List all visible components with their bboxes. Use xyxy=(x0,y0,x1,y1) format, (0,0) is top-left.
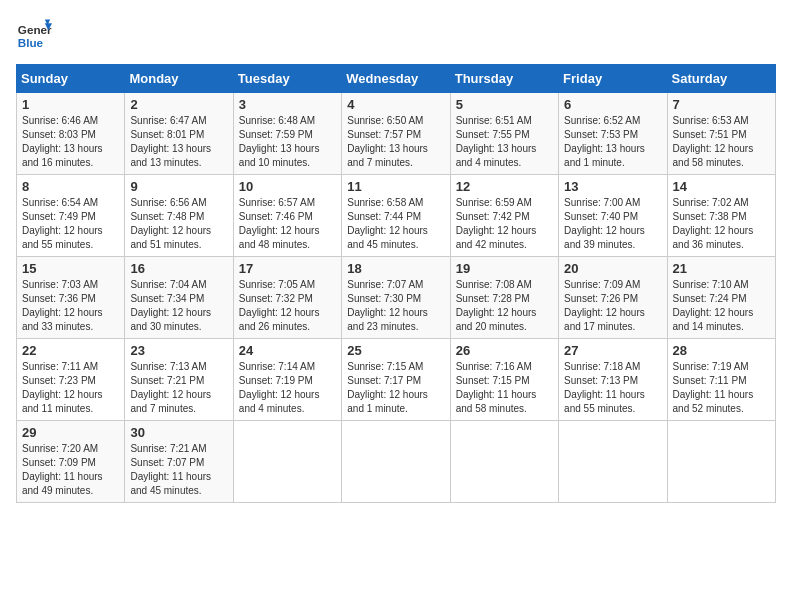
week-row-2: 15Sunrise: 7:03 AM Sunset: 7:36 PM Dayli… xyxy=(17,257,776,339)
day-info: Sunrise: 7:08 AM Sunset: 7:28 PM Dayligh… xyxy=(456,278,553,334)
day-cell: 25Sunrise: 7:15 AM Sunset: 7:17 PM Dayli… xyxy=(342,339,450,421)
col-header-friday: Friday xyxy=(559,65,667,93)
day-cell: 26Sunrise: 7:16 AM Sunset: 7:15 PM Dayli… xyxy=(450,339,558,421)
day-info: Sunrise: 7:19 AM Sunset: 7:11 PM Dayligh… xyxy=(673,360,770,416)
day-info: Sunrise: 6:50 AM Sunset: 7:57 PM Dayligh… xyxy=(347,114,444,170)
day-info: Sunrise: 6:54 AM Sunset: 7:49 PM Dayligh… xyxy=(22,196,119,252)
day-number: 10 xyxy=(239,179,336,194)
day-number: 28 xyxy=(673,343,770,358)
day-cell: 19Sunrise: 7:08 AM Sunset: 7:28 PM Dayli… xyxy=(450,257,558,339)
day-cell: 27Sunrise: 7:18 AM Sunset: 7:13 PM Dayli… xyxy=(559,339,667,421)
logo-icon: General Blue xyxy=(16,16,52,52)
day-number: 20 xyxy=(564,261,661,276)
day-info: Sunrise: 6:52 AM Sunset: 7:53 PM Dayligh… xyxy=(564,114,661,170)
day-info: Sunrise: 6:58 AM Sunset: 7:44 PM Dayligh… xyxy=(347,196,444,252)
day-number: 14 xyxy=(673,179,770,194)
day-info: Sunrise: 7:02 AM Sunset: 7:38 PM Dayligh… xyxy=(673,196,770,252)
day-number: 7 xyxy=(673,97,770,112)
day-info: Sunrise: 7:13 AM Sunset: 7:21 PM Dayligh… xyxy=(130,360,227,416)
day-cell: 1Sunrise: 6:46 AM Sunset: 8:03 PM Daylig… xyxy=(17,93,125,175)
day-number: 1 xyxy=(22,97,119,112)
day-info: Sunrise: 6:48 AM Sunset: 7:59 PM Dayligh… xyxy=(239,114,336,170)
day-cell: 22Sunrise: 7:11 AM Sunset: 7:23 PM Dayli… xyxy=(17,339,125,421)
col-header-wednesday: Wednesday xyxy=(342,65,450,93)
day-number: 8 xyxy=(22,179,119,194)
day-cell: 28Sunrise: 7:19 AM Sunset: 7:11 PM Dayli… xyxy=(667,339,775,421)
day-cell: 5Sunrise: 6:51 AM Sunset: 7:55 PM Daylig… xyxy=(450,93,558,175)
day-number: 22 xyxy=(22,343,119,358)
col-header-monday: Monday xyxy=(125,65,233,93)
day-number: 26 xyxy=(456,343,553,358)
header: General Blue xyxy=(16,16,776,52)
day-info: Sunrise: 7:10 AM Sunset: 7:24 PM Dayligh… xyxy=(673,278,770,334)
col-header-saturday: Saturday xyxy=(667,65,775,93)
day-number: 27 xyxy=(564,343,661,358)
day-cell: 13Sunrise: 7:00 AM Sunset: 7:40 PM Dayli… xyxy=(559,175,667,257)
day-info: Sunrise: 7:07 AM Sunset: 7:30 PM Dayligh… xyxy=(347,278,444,334)
day-info: Sunrise: 6:46 AM Sunset: 8:03 PM Dayligh… xyxy=(22,114,119,170)
day-number: 13 xyxy=(564,179,661,194)
day-cell xyxy=(559,421,667,503)
day-cell: 12Sunrise: 6:59 AM Sunset: 7:42 PM Dayli… xyxy=(450,175,558,257)
col-header-tuesday: Tuesday xyxy=(233,65,341,93)
day-cell: 17Sunrise: 7:05 AM Sunset: 7:32 PM Dayli… xyxy=(233,257,341,339)
day-number: 3 xyxy=(239,97,336,112)
day-info: Sunrise: 6:53 AM Sunset: 7:51 PM Dayligh… xyxy=(673,114,770,170)
day-info: Sunrise: 6:57 AM Sunset: 7:46 PM Dayligh… xyxy=(239,196,336,252)
day-info: Sunrise: 6:59 AM Sunset: 7:42 PM Dayligh… xyxy=(456,196,553,252)
day-number: 30 xyxy=(130,425,227,440)
day-info: Sunrise: 7:03 AM Sunset: 7:36 PM Dayligh… xyxy=(22,278,119,334)
day-cell: 18Sunrise: 7:07 AM Sunset: 7:30 PM Dayli… xyxy=(342,257,450,339)
day-cell: 15Sunrise: 7:03 AM Sunset: 7:36 PM Dayli… xyxy=(17,257,125,339)
day-info: Sunrise: 7:18 AM Sunset: 7:13 PM Dayligh… xyxy=(564,360,661,416)
day-number: 18 xyxy=(347,261,444,276)
day-number: 17 xyxy=(239,261,336,276)
day-info: Sunrise: 6:47 AM Sunset: 8:01 PM Dayligh… xyxy=(130,114,227,170)
day-cell: 6Sunrise: 6:52 AM Sunset: 7:53 PM Daylig… xyxy=(559,93,667,175)
week-row-3: 22Sunrise: 7:11 AM Sunset: 7:23 PM Dayli… xyxy=(17,339,776,421)
day-cell: 2Sunrise: 6:47 AM Sunset: 8:01 PM Daylig… xyxy=(125,93,233,175)
day-number: 12 xyxy=(456,179,553,194)
day-info: Sunrise: 7:15 AM Sunset: 7:17 PM Dayligh… xyxy=(347,360,444,416)
day-cell xyxy=(667,421,775,503)
day-info: Sunrise: 6:51 AM Sunset: 7:55 PM Dayligh… xyxy=(456,114,553,170)
day-cell: 9Sunrise: 6:56 AM Sunset: 7:48 PM Daylig… xyxy=(125,175,233,257)
day-cell: 29Sunrise: 7:20 AM Sunset: 7:09 PM Dayli… xyxy=(17,421,125,503)
day-number: 4 xyxy=(347,97,444,112)
day-number: 19 xyxy=(456,261,553,276)
day-number: 24 xyxy=(239,343,336,358)
day-number: 23 xyxy=(130,343,227,358)
day-cell: 30Sunrise: 7:21 AM Sunset: 7:07 PM Dayli… xyxy=(125,421,233,503)
week-row-4: 29Sunrise: 7:20 AM Sunset: 7:09 PM Dayli… xyxy=(17,421,776,503)
day-info: Sunrise: 7:16 AM Sunset: 7:15 PM Dayligh… xyxy=(456,360,553,416)
day-number: 9 xyxy=(130,179,227,194)
col-header-thursday: Thursday xyxy=(450,65,558,93)
day-info: Sunrise: 7:00 AM Sunset: 7:40 PM Dayligh… xyxy=(564,196,661,252)
day-cell: 21Sunrise: 7:10 AM Sunset: 7:24 PM Dayli… xyxy=(667,257,775,339)
day-number: 11 xyxy=(347,179,444,194)
svg-text:Blue: Blue xyxy=(18,36,44,49)
day-info: Sunrise: 6:56 AM Sunset: 7:48 PM Dayligh… xyxy=(130,196,227,252)
day-number: 29 xyxy=(22,425,119,440)
day-number: 2 xyxy=(130,97,227,112)
day-cell: 14Sunrise: 7:02 AM Sunset: 7:38 PM Dayli… xyxy=(667,175,775,257)
day-info: Sunrise: 7:05 AM Sunset: 7:32 PM Dayligh… xyxy=(239,278,336,334)
day-number: 25 xyxy=(347,343,444,358)
day-cell: 7Sunrise: 6:53 AM Sunset: 7:51 PM Daylig… xyxy=(667,93,775,175)
day-cell: 11Sunrise: 6:58 AM Sunset: 7:44 PM Dayli… xyxy=(342,175,450,257)
day-info: Sunrise: 7:04 AM Sunset: 7:34 PM Dayligh… xyxy=(130,278,227,334)
day-cell xyxy=(450,421,558,503)
day-info: Sunrise: 7:14 AM Sunset: 7:19 PM Dayligh… xyxy=(239,360,336,416)
day-cell: 23Sunrise: 7:13 AM Sunset: 7:21 PM Dayli… xyxy=(125,339,233,421)
header-row: SundayMondayTuesdayWednesdayThursdayFrid… xyxy=(17,65,776,93)
day-number: 15 xyxy=(22,261,119,276)
day-info: Sunrise: 7:20 AM Sunset: 7:09 PM Dayligh… xyxy=(22,442,119,498)
day-number: 5 xyxy=(456,97,553,112)
day-cell: 24Sunrise: 7:14 AM Sunset: 7:19 PM Dayli… xyxy=(233,339,341,421)
logo: General Blue xyxy=(16,16,58,52)
day-number: 6 xyxy=(564,97,661,112)
day-cell xyxy=(233,421,341,503)
day-info: Sunrise: 7:09 AM Sunset: 7:26 PM Dayligh… xyxy=(564,278,661,334)
day-cell: 4Sunrise: 6:50 AM Sunset: 7:57 PM Daylig… xyxy=(342,93,450,175)
day-cell xyxy=(342,421,450,503)
